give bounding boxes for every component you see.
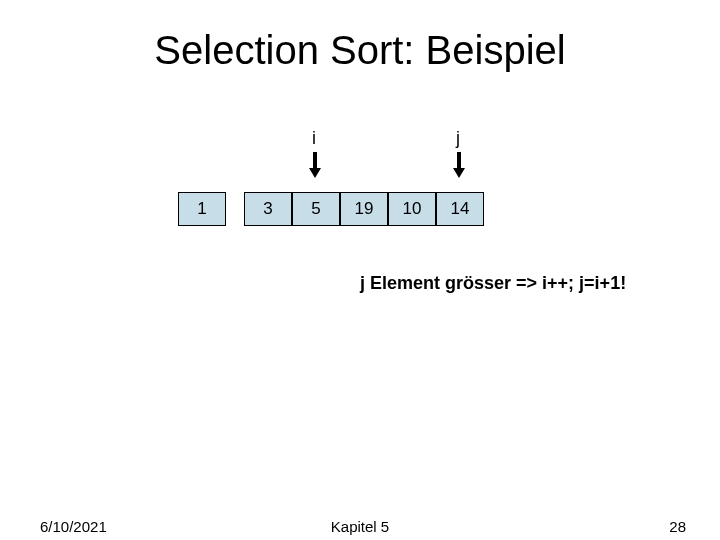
footer-page: 28: [669, 518, 686, 535]
array-cell: 10: [388, 192, 436, 226]
slide-title: Selection Sort: Beispiel: [0, 28, 720, 73]
pointer-i-label: i: [312, 128, 316, 149]
down-arrow-icon: [313, 152, 317, 170]
array-cell: 1: [178, 192, 226, 226]
down-arrow-icon: [457, 152, 461, 170]
array-cell: 3: [244, 192, 292, 226]
array-cell: 5: [292, 192, 340, 226]
step-note: j Element grösser => i++; j=i+1!: [360, 273, 626, 294]
array-cell: 19: [340, 192, 388, 226]
footer-center: Kapitel 5: [0, 518, 720, 535]
pointer-j-label: j: [456, 128, 460, 149]
array-cells: 1 3 5 19 10 14: [178, 192, 484, 226]
array-cell: 14: [436, 192, 484, 226]
